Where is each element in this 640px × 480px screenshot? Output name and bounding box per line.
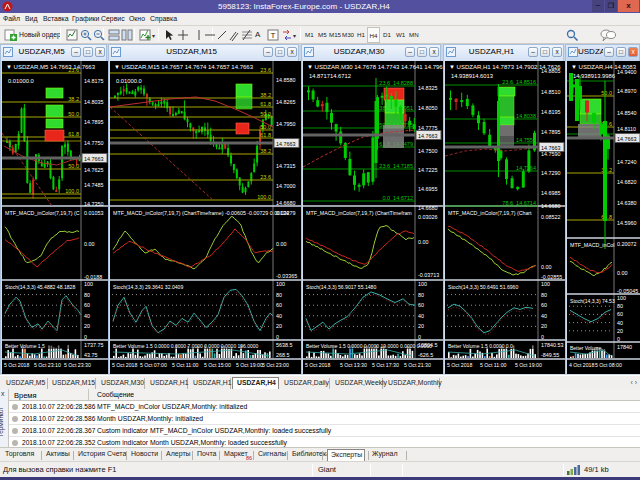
svg-text:14.7775: 14.7775 <box>418 125 438 131</box>
svg-text:60: 60 <box>541 302 547 308</box>
svg-text:5 Oct 2018: 5 Oct 2018 <box>305 362 330 368</box>
svg-text:14.6680: 14.6680 <box>276 200 296 206</box>
svg-text:38.2: 38.2 <box>260 148 271 154</box>
svg-text:268.5: 268.5 <box>276 352 290 358</box>
svg-text:100.0: 100.0 <box>257 194 271 200</box>
svg-text:14.6955: 14.6955 <box>418 186 438 192</box>
svg-text:14.938913.9986: 14.938913.9986 <box>573 73 615 79</box>
svg-text:14.7895: 14.7895 <box>541 129 561 135</box>
svg-text:50.0: 50.0 <box>601 90 612 96</box>
svg-text:0.01000.0: 0.01000.0 <box>116 78 142 84</box>
svg-text:14.7290: 14.7290 <box>541 170 561 176</box>
svg-text:0.08522: 0.08522 <box>541 214 561 220</box>
svg-text:-0.03713: -0.03713 <box>418 272 439 278</box>
svg-text:0.01053: 0.01053 <box>84 210 104 216</box>
svg-text:61.8: 61.8 <box>260 101 271 107</box>
svg-text:20: 20 <box>276 323 282 329</box>
svg-text:14.6680: 14.6680 <box>541 203 561 209</box>
svg-text:-849.55: -849.55 <box>541 352 559 358</box>
svg-text:Better Volume 1.5 0.0000 0.000: Better Volume 1.5 0.0000 0.0000 19.0000 … <box>306 343 432 349</box>
svg-text:14.7663: 14.7663 <box>84 156 104 162</box>
svg-text:Better Volume: Better Volume <box>570 345 602 351</box>
svg-text:40: 40 <box>276 313 282 319</box>
svg-text:MTF_MACD_inCol: MTF_MACD_inCol <box>570 242 614 248</box>
svg-text:20: 20 <box>418 323 424 329</box>
svg-text:60: 60 <box>276 302 282 308</box>
svg-text:0.00: 0.00 <box>84 241 95 247</box>
svg-text:100: 100 <box>418 281 427 287</box>
svg-text:14.6680: 14.6680 <box>418 205 438 211</box>
svg-text:0: 0 <box>617 336 620 342</box>
svg-text:60: 60 <box>418 302 424 308</box>
svg-text:14.8580: 14.8580 <box>276 77 296 83</box>
svg-text:5 Oct 15:00: 5 Oct 15:00 <box>204 362 231 368</box>
svg-text:23.6 14.8288: 23.6 14.8288 <box>379 80 413 86</box>
svg-text:5 Oct 2018: 5 Oct 2018 <box>447 362 472 368</box>
svg-text:14.7240: 14.7240 <box>617 159 637 165</box>
svg-text:14.7000: 14.7000 <box>276 183 296 189</box>
svg-text:80: 80 <box>84 292 90 298</box>
svg-text:0.00: 0.00 <box>418 239 429 245</box>
svg-text:14.8175: 14.8175 <box>84 78 104 84</box>
svg-text:14.6380: 14.6380 <box>617 200 637 206</box>
svg-text:-0.02855: -0.02855 <box>541 274 562 280</box>
svg-text:14.6985: 14.6985 <box>541 190 561 196</box>
svg-text:50.0: 50.0 <box>260 124 271 130</box>
svg-text:80: 80 <box>617 303 623 309</box>
svg-text:50.0: 50.0 <box>68 111 79 117</box>
svg-text:23.6 14.8516: 23.6 14.8516 <box>502 79 536 85</box>
svg-text:50.0: 50.0 <box>260 111 271 117</box>
svg-text:14.938914.6013: 14.938914.6013 <box>451 73 493 79</box>
svg-text:5 Oct 19:00: 5 Oct 19:00 <box>236 362 263 368</box>
svg-text:Better Volume 1.5: Better Volume 1.5 <box>5 343 45 349</box>
svg-text:5 Oct 19:00: 5 Oct 19:00 <box>515 362 542 368</box>
svg-text:5 Oct 11:00: 5 Oct 11:00 <box>480 362 507 368</box>
svg-text:14.7500: 14.7500 <box>418 148 438 154</box>
svg-text:40: 40 <box>84 313 90 319</box>
svg-text:▼ USDZAR,M15 14.7657 14.7674 1: ▼ USDZAR,M15 14.7657 14.7674 14.7657 14.… <box>114 64 254 70</box>
svg-text:MTF_MACD_inColor(7,19,7) (C: MTF_MACD_inColor(7,19,7) (C <box>5 210 80 216</box>
svg-text:0.20072: 0.20072 <box>617 241 637 247</box>
svg-text:0.03026: 0.03026 <box>418 214 438 220</box>
svg-text:100: 100 <box>541 281 550 287</box>
svg-text:17840.53: 17840.53 <box>541 342 563 348</box>
svg-text:-0.03365: -0.03365 <box>276 273 297 279</box>
svg-text:60: 60 <box>617 311 623 317</box>
svg-text:14.7663: 14.7663 <box>276 141 296 147</box>
svg-text:5 Oct 23:00: 5 Oct 23:00 <box>262 362 289 368</box>
svg-text:14.7950: 14.7950 <box>276 121 296 127</box>
svg-text:100.0: 100.0 <box>65 188 79 194</box>
svg-text:40: 40 <box>617 320 623 326</box>
svg-text:▼ USDZAR,M5 14.7663 14.7663: ▼ USDZAR,M5 14.7663 14.7663 <box>6 64 96 70</box>
svg-text:80: 80 <box>276 292 282 298</box>
svg-text:1737.75: 1737.75 <box>84 342 104 348</box>
svg-text:Better Volume 1.5 0.0000 0.0: Better Volume 1.5 0.0000 0.0 <box>448 343 513 349</box>
svg-text:5 Oct 21:30: 5 Oct 21:30 <box>404 362 431 368</box>
svg-text:14.7625: 14.7625 <box>84 167 104 173</box>
svg-text:5 Oct 2018: 5 Oct 2018 <box>4 362 29 368</box>
svg-text:Better Volume 1.5 0.0000 0.000: Better Volume 1.5 0.0000 0.0000 7.0000 0… <box>113 343 259 349</box>
svg-text:17840: 17840 <box>617 344 632 350</box>
svg-text:Stoch(14,3,3) 29.3641 32.0409: Stoch(14,3,3) 29.3641 32.0409 <box>113 284 183 290</box>
svg-text:14.8510: 14.8510 <box>541 89 561 95</box>
svg-text:80: 80 <box>418 292 424 298</box>
svg-text:14.8325: 14.8325 <box>418 85 438 91</box>
svg-text:5 Oct 13:30: 5 Oct 13:30 <box>340 362 367 368</box>
svg-text:14.8970: 14.8970 <box>617 88 637 94</box>
svg-text:0.0 14.6712: 0.0 14.6712 <box>382 195 413 201</box>
svg-text:14.8265: 14.8265 <box>276 99 296 105</box>
svg-text:20: 20 <box>617 328 623 334</box>
svg-text:5 Oct 08:00: 5 Oct 08:00 <box>595 362 622 368</box>
svg-text:14.7315: 14.7315 <box>276 163 296 169</box>
svg-text:5 Oct 23:10: 5 Oct 23:10 <box>34 362 61 368</box>
svg-text:14.7590: 14.7590 <box>541 151 561 157</box>
svg-text:14.8038: 14.8038 <box>516 113 536 119</box>
svg-text:14.8050: 14.8050 <box>418 105 438 111</box>
svg-text:100: 100 <box>617 295 626 301</box>
svg-text:0: 0 <box>276 334 279 340</box>
svg-text:14.8035: 14.8035 <box>84 99 104 105</box>
svg-text:23.6: 23.6 <box>260 174 271 180</box>
svg-text:14.7663: 14.7663 <box>617 136 637 142</box>
svg-text:14.6820: 14.6820 <box>617 179 637 185</box>
svg-text:0: 0 <box>541 334 544 340</box>
